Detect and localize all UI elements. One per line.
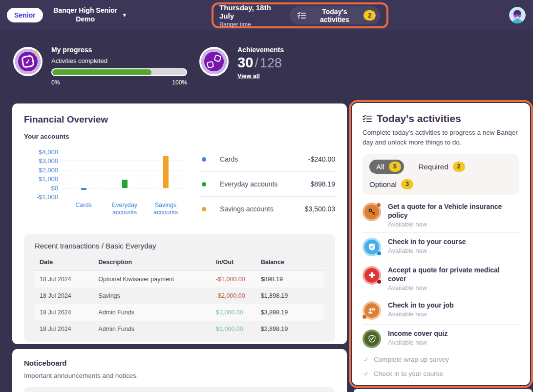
achievements-separator: / — [255, 56, 258, 71]
chart-plot: $4,000$3,000$2,000$1,000$0-$1,000CardsEv… — [63, 152, 186, 197]
activity-filters: All 5 Required 2 Optional 3 — [362, 154, 519, 195]
banqer-date: Thursday, 18th July Banqer time — [219, 3, 282, 28]
account-value: $898.19 — [310, 180, 335, 188]
noticeboard-subtitle: Important announcements and notices. — [20, 372, 339, 379]
filter-required-count: 2 — [453, 162, 465, 172]
legend-row-cards: Cards -$240.00 — [200, 147, 337, 171]
transactions-title: Recent transactions / Basic Everyday — [35, 242, 324, 250]
my-progress-block: My progress Activities completed 0% 100% — [51, 46, 187, 86]
banqer-time-caption: Banqer time — [219, 21, 282, 28]
noticeboard-title: Noticeboard — [20, 359, 339, 367]
todays-activities-button[interactable]: Today's activities 2 — [290, 6, 381, 24]
check-icon — [363, 370, 369, 377]
header-description: Description — [98, 259, 216, 266]
top-navbar: Senior Banqer High Senior Demo ▾ Thursda… — [0, 0, 533, 30]
account-name: Savings accounts — [220, 205, 274, 213]
progress-bar-fill — [52, 69, 151, 75]
account-name: Everyday accounts — [220, 180, 277, 188]
cards-dot-icon — [202, 157, 206, 162]
medical-cross-icon — [362, 266, 381, 285]
table-row: 18 Jul 2024 Savings -$2,000.00 $1,898.19 — [35, 288, 324, 304]
highlight-box-navbar: Thursday, 18th July Banqer time Today's … — [212, 2, 388, 28]
filter-all-count: 5 — [389, 162, 401, 172]
achievements-badge-icon — [201, 49, 227, 74]
account-value: -$240.00 — [308, 155, 335, 163]
noticeboard-card: Noticeboard Important announcements and … — [12, 349, 347, 392]
legend-row-everyday: Everyday accounts $898.19 — [200, 171, 337, 196]
accounts-legend: Cards -$240.00 Everyday accounts $898.19… — [200, 147, 337, 221]
completed-activity: Check in to your course — [362, 367, 519, 381]
recent-transactions-card: Recent transactions / Basic Everyday Dat… — [24, 234, 335, 342]
account-value: $3,500.03 — [305, 205, 335, 213]
avatar[interactable] — [509, 7, 526, 23]
progress-max-label: 100% — [172, 79, 187, 86]
achievements-total: 128 — [260, 56, 282, 71]
next-card-edge — [354, 389, 532, 392]
legend-row-savings: Savings accounts $3,500.03 — [200, 196, 337, 221]
vehicle-key-icon — [362, 203, 381, 221]
navbar-divider — [498, 4, 498, 26]
job-person-icon — [362, 301, 381, 320]
everyday-dot-icon — [202, 182, 206, 186]
activities-count-badge: 2 — [363, 10, 376, 21]
highlight-box-activities-panel: Today's activities Complete today's acti… — [349, 100, 533, 388]
savings-dot-icon — [202, 207, 206, 211]
filter-required[interactable]: Required 2 — [419, 160, 465, 174]
table-header-row: Date Description In/Out Balance — [35, 256, 324, 271]
financial-overview-title: Financial Overview — [20, 114, 339, 125]
activities-button-label: Today's activities — [310, 8, 359, 23]
achievements-title: Achievements — [237, 46, 284, 54]
hero-section: My progress Activities completed 0% 100%… — [0, 30, 533, 100]
account-name: Cards — [220, 155, 238, 163]
progress-badge-icon — [15, 49, 41, 74]
header-balance: Balance — [261, 259, 320, 266]
header-date: Date — [40, 259, 98, 266]
todays-activities-panel: Today's activities Complete today's acti… — [352, 103, 530, 385]
progress-subtitle: Activities completed — [51, 57, 187, 64]
activity-course-checkin[interactable]: Check in to your course Available now — [362, 232, 519, 261]
achievements-block: Achievements 30 / 128 View all — [199, 46, 284, 80]
activity-job-checkin[interactable]: Check in to your job Available now — [362, 296, 519, 324]
header-inout: In/Out — [216, 259, 261, 266]
completed-activity: Complete wrap-up survey — [362, 352, 519, 367]
activity-medical-quote[interactable]: Accept a quote for private medical cover… — [362, 261, 519, 296]
level-badge: Senior — [7, 8, 43, 22]
table-row: 18 Jul 2024 Optional Kiwisaver payment -… — [35, 271, 324, 288]
date-label: Thursday, 18th July — [219, 3, 282, 20]
transactions-table: Date Description In/Out Balance 18 Jul 2… — [35, 256, 324, 337]
checklist-icon — [298, 12, 306, 19]
chevron-down-icon: ▾ — [123, 11, 127, 19]
accounts-bar-chart: $4,000$3,000$2,000$1,000$0-$1,000CardsEv… — [20, 147, 192, 214]
lightning-icon — [33, 49, 39, 59]
filter-optional[interactable]: Optional 3 — [369, 179, 413, 189]
financial-overview-card: Financial Overview Your accounts $4,000$… — [12, 103, 347, 344]
noticeboard-empty-state — [24, 387, 335, 392]
activity-income-cover-quiz[interactable]: Income cover quiz Available now — [362, 324, 519, 352]
progress-min-label: 0% — [51, 79, 60, 86]
check-icon — [363, 356, 369, 363]
your-accounts-label: Your accounts — [20, 133, 339, 140]
class-selector[interactable]: Banqer High Senior Demo ▾ — [49, 6, 127, 23]
table-row: 18 Jul 2024 Admin Funds $1,000.00 $2,898… — [35, 321, 324, 337]
activity-list: Get a quote for a Vehicle insurance poli… — [362, 198, 519, 353]
progress-title: My progress — [51, 46, 187, 54]
filter-all[interactable]: All 5 — [369, 160, 404, 174]
panel-description: Complete today's activities to progress … — [362, 128, 519, 148]
table-row: 18 Jul 2024 Admin Funds $1,000.00 $3,898… — [35, 304, 324, 321]
class-name: Banqer High Senior Demo — [49, 6, 122, 23]
progress-bar — [51, 68, 187, 76]
course-shield-icon — [362, 238, 381, 256]
activity-vehicle-insurance[interactable]: Get a quote for a Vehicle insurance poli… — [362, 198, 519, 232]
panel-title: Today's activities — [377, 113, 461, 124]
checklist-icon — [362, 115, 372, 123]
filter-optional-count: 3 — [401, 179, 413, 189]
quiz-shield-icon — [362, 330, 381, 348]
achievements-earned: 30 — [237, 55, 253, 71]
view-all-link[interactable]: View all — [237, 73, 260, 80]
